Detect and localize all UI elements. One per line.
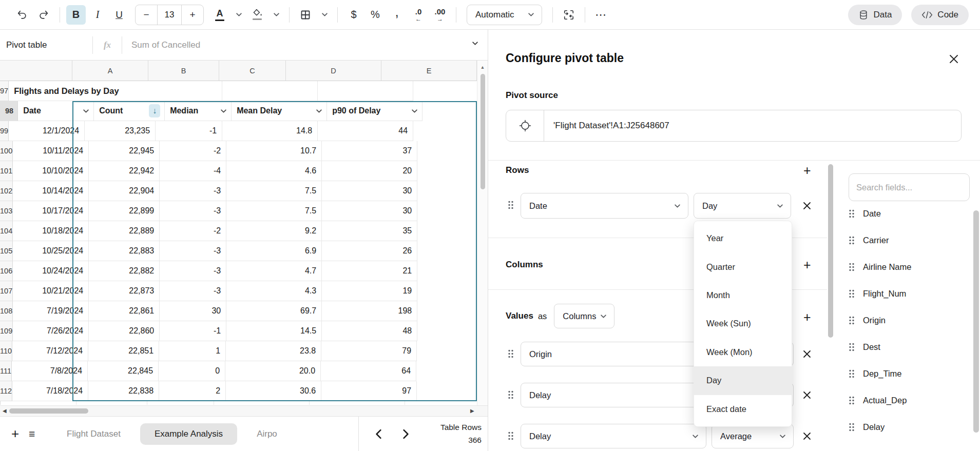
cell-count[interactable]: 22,873 — [89, 281, 160, 301]
field-list-item[interactable]: Delay — [849, 421, 970, 433]
cell-mean-delay[interactable]: 4.7 — [226, 261, 322, 281]
cell-date[interactable]: 7/18/2024 — [12, 381, 88, 401]
cell-mean-delay[interactable]: 30.6 — [226, 381, 321, 401]
previous-sheet-icon[interactable] — [375, 428, 382, 440]
close-panel-button[interactable] — [948, 53, 959, 65]
percent-format-button[interactable]: % — [366, 5, 385, 25]
drag-handle-icon[interactable] — [508, 390, 514, 399]
text-color-button[interactable]: A — [210, 5, 229, 25]
cell-date[interactable]: 10/18/2024 — [13, 221, 89, 241]
granularity-menu-item[interactable]: Week (Mon) — [694, 338, 792, 366]
cell-median[interactable]: -3 — [160, 241, 226, 261]
values-as-select[interactable]: Columns — [554, 304, 614, 328]
cell-mean-delay[interactable]: 23.8 — [226, 341, 321, 361]
fit-to-data-button[interactable] — [559, 5, 579, 25]
header-cell-median[interactable]: Median — [165, 101, 232, 121]
field-list-item[interactable]: Flight_Num — [849, 288, 970, 299]
cell-median[interactable]: 1 — [159, 341, 226, 361]
cell-mean-delay[interactable]: 14.5 — [226, 321, 322, 341]
granularity-menu-item[interactable]: Day — [694, 366, 792, 395]
code-button[interactable]: Code — [911, 5, 969, 25]
add-column-field-button[interactable]: + — [803, 259, 811, 271]
borders-button[interactable] — [296, 5, 315, 25]
column-header[interactable]: A — [72, 61, 148, 81]
range-picker-button[interactable] — [506, 110, 544, 141]
row-number[interactable]: 110 — [0, 341, 12, 361]
header-cell-count[interactable]: Count ↓ — [94, 101, 165, 121]
bold-button[interactable]: B — [66, 5, 86, 25]
number-format-dropdown[interactable]: Automatic — [467, 5, 542, 25]
cell-median[interactable]: -3 — [160, 181, 226, 201]
sort-descending-icon[interactable]: ↓ — [149, 104, 160, 117]
drag-handle-icon[interactable] — [508, 432, 514, 440]
granularity-menu-item[interactable]: Year — [694, 224, 792, 252]
cell-date[interactable]: 10/24/2024 — [13, 261, 89, 281]
cell-median[interactable]: -1 — [160, 321, 226, 341]
cell-count[interactable]: 22,851 — [88, 341, 159, 361]
fields-scrollbar-thumb[interactable] — [973, 210, 979, 433]
cell-median[interactable]: -4 — [160, 161, 226, 181]
field-list-item[interactable]: Date — [849, 208, 970, 219]
decrease-decimals-button[interactable]: .0 ← — [409, 5, 428, 25]
cell-median[interactable]: -1 — [156, 121, 222, 141]
cell-median[interactable]: -3 — [160, 261, 226, 281]
borders-dropdown[interactable] — [318, 5, 331, 25]
next-sheet-icon[interactable] — [402, 428, 409, 440]
remove-value-field-button[interactable] — [802, 432, 812, 441]
row-number[interactable]: 105 — [0, 241, 13, 261]
add-row-field-button[interactable]: + — [803, 164, 811, 177]
cell-median[interactable]: -2 — [160, 221, 226, 241]
cell-date[interactable]: 7/26/2024 — [13, 321, 89, 341]
name-box[interactable]: Pivot table — [0, 40, 92, 50]
remove-value-field-button[interactable] — [802, 390, 812, 400]
increase-font-size-button[interactable]: + — [182, 5, 203, 25]
formula-bar-expand-chevron[interactable] — [472, 41, 478, 46]
drag-handle-icon[interactable] — [508, 201, 514, 209]
cell-mean-delay[interactable]: 20.0 — [225, 361, 321, 381]
cell-date[interactable]: 10/11/2024 — [13, 141, 89, 161]
row-number[interactable]: 112 — [0, 381, 12, 401]
cell-date[interactable]: 10/21/2024 — [13, 281, 89, 301]
cell-p90[interactable]: 198 — [322, 301, 417, 321]
remove-value-field-button[interactable] — [802, 349, 812, 359]
row-number[interactable]: 100 — [0, 141, 13, 161]
cell-p90[interactable]: 97 — [321, 381, 417, 401]
add-sheet-button[interactable]: + — [11, 426, 29, 442]
panel-scrollbar-thumb[interactable] — [828, 164, 833, 338]
overflow-menu-button[interactable]: ⋯ — [591, 5, 611, 25]
cell-median[interactable]: -3 — [160, 201, 226, 221]
cell-mean-delay[interactable]: 7.5 — [226, 181, 322, 201]
cell-count[interactable]: 22,845 — [88, 361, 159, 381]
cell-mean-delay[interactable]: 6.9 — [226, 241, 322, 261]
formula-input[interactable]: Sum of Cancelled — [122, 40, 488, 50]
filter-chevron-icon[interactable] — [316, 109, 322, 113]
cell-mean-delay[interactable]: 69.7 — [226, 301, 322, 321]
cell-count[interactable]: 22,838 — [88, 381, 159, 401]
search-fields-input[interactable] — [849, 173, 970, 201]
cell-mean-delay[interactable]: 14.8 — [222, 121, 318, 141]
cell-mean-delay[interactable]: 10.7 — [226, 141, 322, 161]
cell-date[interactable]: 7/19/2024 — [13, 301, 89, 321]
row-number[interactable]: 107 — [0, 281, 13, 301]
granularity-menu-item[interactable]: Quarter — [694, 252, 792, 281]
cell[interactable] — [318, 81, 413, 101]
cell-median[interactable]: 0 — [159, 361, 225, 381]
row-number[interactable]: 109 — [0, 321, 13, 341]
sheet-list-button[interactable]: ≡ — [29, 428, 52, 440]
italic-button[interactable]: I — [88, 5, 107, 25]
row-number[interactable]: 111 — [0, 361, 12, 381]
redo-button[interactable] — [34, 5, 53, 25]
value-aggregation-select[interactable]: Average — [712, 424, 794, 448]
cell-p90[interactable]: 19 — [322, 281, 417, 301]
vertical-scrollbar-thumb[interactable] — [481, 74, 485, 189]
cell-count[interactable]: 22,882 — [89, 261, 160, 281]
column-header[interactable]: E — [381, 61, 477, 81]
pivot-source-input[interactable]: 'Flight Dataset'!A1:J25648607 — [506, 110, 962, 142]
scroll-up-arrow-icon[interactable]: ▲ — [477, 65, 488, 70]
cell-p90[interactable]: 21 — [322, 261, 417, 281]
undo-button[interactable] — [12, 5, 32, 25]
cell-count[interactable]: 22,945 — [89, 141, 160, 161]
row-number[interactable]: 99 — [0, 121, 9, 141]
row-number[interactable]: 108 — [0, 301, 13, 321]
underline-button[interactable]: U — [109, 5, 129, 25]
